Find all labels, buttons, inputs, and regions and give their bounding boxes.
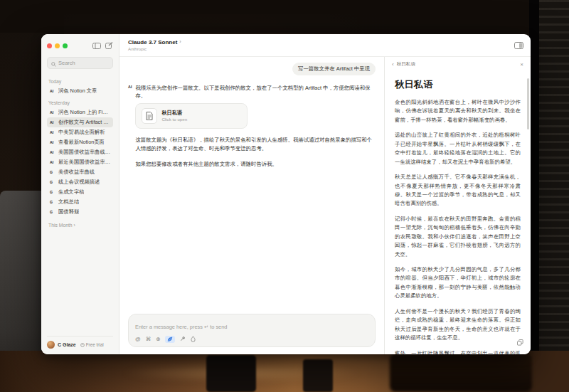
main-header: Claude 3.7 Sonnet › Anthropic	[119, 34, 531, 57]
assistant-detail-text: 这篇散文题为《秋日私语》，描绘了秋天的景色和引发的人生感悟。我尝试通过对自然景象…	[135, 136, 376, 153]
artifact-scrollbar[interactable]	[527, 78, 529, 129]
sidebar-item[interactable]: AI 中美贸易战全面解析	[47, 127, 113, 137]
artifact-title: 秋日私语	[395, 78, 521, 91]
artifact-card-title: 秋日私语	[161, 110, 187, 117]
model-provider: Anthropic	[128, 46, 181, 52]
sidebar-spacer	[47, 228, 113, 336]
section-label-today: Today	[48, 79, 112, 84]
artifact-paragraph: 人生何尝不是一个漫长的秋天？我们经历了青春的绚烂，走向成熟的稳重，最终迎来生命的…	[395, 307, 521, 343]
sidebar-item-selected[interactable]: AI 创作散文与 Artifact 展示	[47, 117, 113, 127]
background-top-shadow	[0, 0, 569, 33]
assistant-closing-text: 如果您想要修改或者有其他主题的散文需求，请随时告诉我。	[135, 160, 376, 168]
model-selector[interactable]: Claude 3.7 Sonnet ›	[128, 39, 181, 46]
artifacts-leaf-icon[interactable]	[165, 336, 175, 343]
section-label-this-month[interactable]: This Month ›	[48, 223, 112, 228]
sidebar-item[interactable]: AI 润色 Notion 上的 Fia 文章	[47, 107, 113, 117]
free-trial-badge: Free trial	[80, 342, 104, 347]
artifact-panel: ‹ 秋日私语 × 秋日私语 金色的阳光斜斜地洒在窗台上，树叶在微风中沙沙作响，仿…	[384, 57, 531, 354]
composer-toolbar: @ ⌘ ⊕	[135, 336, 368, 344]
message-input[interactable]	[135, 324, 368, 330]
artifact-paragraph: 秋天总是让人感慨万千。它不像春天那样充满生机，也不像夏天那样热情奔放，更不像冬天…	[395, 173, 521, 208]
new-chat-icon[interactable]	[105, 39, 113, 52]
search-icon	[51, 57, 56, 70]
artifact-breadcrumb: 秋日私语	[397, 61, 415, 68]
artifact-paragraph: 金色的阳光斜斜地洒在窗台上，树叶在微风中沙沙作响，仿佛在诉说着夏天的离去和秋天的…	[395, 98, 521, 125]
model-icon-ai: AI	[50, 140, 55, 144]
model-icon-ai: AI	[50, 89, 55, 93]
background-blinds	[539, 0, 569, 392]
trial-clock-icon	[80, 343, 85, 347]
sidebar-footer[interactable]: C Glaze Free trial	[47, 336, 113, 349]
assistant-message: AI 我很乐意为您创作一篇散文。以下是我创作的散文，放在了一个文档型的 Arti…	[128, 84, 376, 168]
model-icon-ai: AI	[50, 130, 55, 134]
sidebar-item[interactable]: G 国债释疑	[47, 207, 113, 217]
assistant-intro-text: 我很乐意为您创作一篇散文。以下是我创作的散文，放在了一个文档型的 Artifac…	[135, 84, 376, 100]
model-icon-ai: AI	[50, 110, 55, 115]
attach-icon[interactable]: @	[135, 337, 141, 342]
artifact-card[interactable]: 秋日私语 Click to open	[135, 103, 248, 129]
document-icon	[142, 108, 157, 124]
command-shortcut-icon[interactable]: ⌘	[146, 337, 151, 342]
traffic-lights	[47, 43, 68, 48]
sidebar-titlebar	[47, 41, 113, 50]
close-window-button[interactable]	[47, 43, 52, 48]
user-name: C Glaze	[58, 342, 76, 347]
artifact-paragraph: 记得小时候，最喜欢在秋天的田野里奔跑。金黄的稻田一望无际，沉甸甸的稻穗低垂着头，…	[395, 215, 521, 259]
chevron-right-icon: ›	[179, 39, 181, 46]
artifact-panel-header: ‹ 秋日私语 ×	[385, 57, 531, 71]
user-message-bubble: 写一篇散文并在 Artifact 中呈现	[292, 63, 376, 75]
zoom-window-button[interactable]	[63, 43, 68, 48]
artifact-paragraph: 如今，城市的秋天少了几分田园的气息，多了几分都市的喧嚣。但当夕阳西下，华灯初上，…	[395, 265, 521, 301]
model-icon-g: G	[50, 190, 55, 194]
sidebar-item[interactable]: G 线上会议视频摘述	[47, 177, 113, 187]
artifact-content: 秋日私语 金色的阳光斜斜地洒在窗台上，树叶在微风中沙沙作响，仿佛在诉说着夏天的离…	[385, 71, 531, 354]
model-icon-ai: AI	[50, 120, 55, 125]
sidebar-item[interactable]: AI 最近美国国债收益率曲线检...	[47, 157, 113, 167]
minimize-window-button[interactable]	[55, 43, 60, 48]
message-composer[interactable]: @ ⌘ ⊕	[128, 314, 376, 348]
close-artifact-icon[interactable]: ×	[520, 61, 523, 68]
sidebar-item[interactable]: AI 查看最新Notion页面	[47, 137, 113, 147]
artifact-card-subtitle: Click to open	[161, 117, 187, 123]
search-input[interactable]	[58, 60, 109, 66]
sidebar: Today AI 润色 Notion 文章 Yesterday AI 润色 No…	[41, 34, 119, 354]
tools-wrench-icon[interactable]	[180, 336, 186, 343]
sidebar-toggle-icon[interactable]	[92, 39, 101, 52]
sidebar-item[interactable]: G 生成文字稿	[47, 187, 113, 197]
artifact-paragraph: 窗外，一片红叶随风飘过，在空中划出一道优美的弧线。我轻轻地叹了口气，将这一刻的感…	[395, 349, 521, 355]
model-icon-ai: AI	[50, 160, 55, 164]
search-box[interactable]	[47, 57, 113, 69]
sidebar-item[interactable]: G 美债收益率曲线	[47, 167, 113, 177]
artifact-panel-toggle-icon[interactable]	[514, 39, 523, 52]
globe-icon[interactable]: ⊕	[156, 337, 160, 342]
sidebar-item[interactable]: AI 美国国债收益率曲线分析	[47, 147, 113, 157]
section-label-yesterday: Yesterday	[48, 100, 112, 105]
chat-area: 写一篇散文并在 Artifact 中呈现 AI 我很乐意为您创作一篇散文。以下是…	[119, 57, 384, 354]
background-cup	[303, 359, 333, 392]
avatar	[47, 341, 55, 349]
model-icon-g: G	[50, 200, 55, 204]
sidebar-item[interactable]: G 文档总结	[47, 197, 113, 207]
back-chevron-icon[interactable]: ‹	[392, 61, 394, 68]
model-icon-g: G	[50, 170, 55, 174]
model-icon-ai: AI	[50, 150, 55, 154]
model-icon-g: G	[50, 180, 55, 184]
background-bags	[390, 354, 532, 392]
copy-icon[interactable]	[517, 336, 523, 349]
drop-icon[interactable]	[191, 336, 196, 344]
app-window: Today AI 润色 Notion 文章 Yesterday AI 润色 No…	[41, 34, 531, 354]
artifact-paragraph: 远处的山峦披上了红黄相间的外衣，近处的梧桐树叶子已经开始零星飘落。一片枯叶从树梢…	[395, 131, 521, 166]
assistant-avatar-icon: AI	[128, 85, 132, 89]
model-icon-g: G	[50, 210, 55, 214]
sidebar-item[interactable]: AI 润色 Notion 文章	[47, 86, 113, 96]
background-jars	[206, 355, 256, 392]
